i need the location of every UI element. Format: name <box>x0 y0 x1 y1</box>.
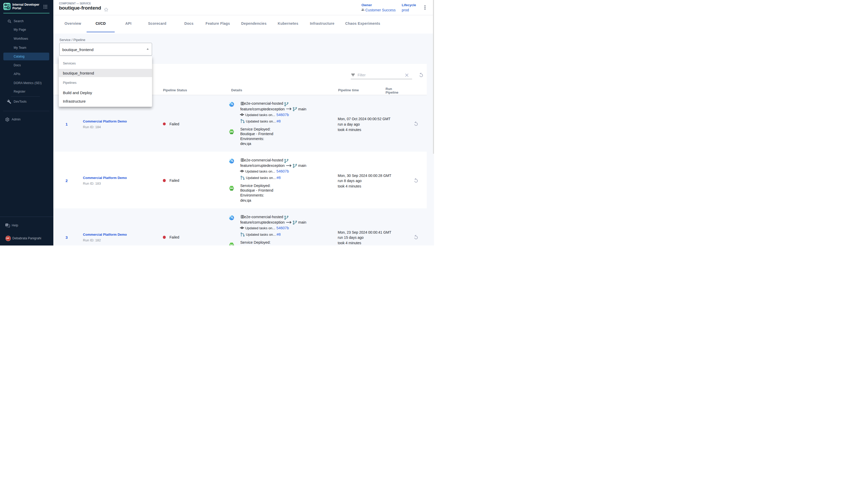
svg-text:?: ? <box>6 224 7 226</box>
